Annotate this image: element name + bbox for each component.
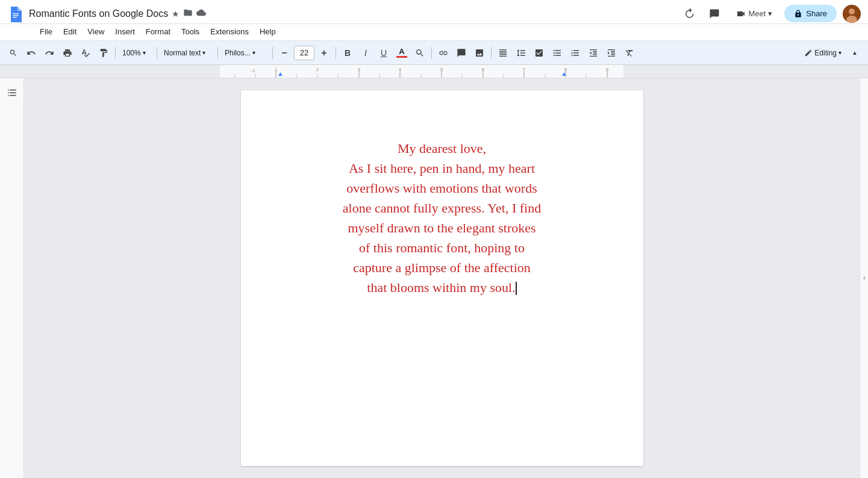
redo-button[interactable]: [41, 45, 58, 61]
menu-edit[interactable]: Edit: [58, 25, 81, 38]
increase-indent-button[interactable]: [603, 45, 620, 61]
image-button[interactable]: [471, 45, 488, 61]
svg-text:2: 2: [316, 67, 319, 72]
svg-point-5: [849, 8, 855, 14]
doc-line-7: capture a glimpse of the affection: [277, 258, 607, 278]
print-button[interactable]: [59, 45, 76, 61]
menu-insert[interactable]: Insert: [110, 25, 140, 38]
star-icon[interactable]: ★: [172, 9, 180, 19]
svg-text:5: 5: [440, 67, 443, 72]
text-cursor: [516, 282, 517, 295]
menu-view[interactable]: View: [83, 25, 109, 38]
toolbar: 100% ▾ Normal text ▾ Philos... ▾ − 22 + …: [0, 41, 868, 65]
style-dropdown-icon: ▾: [202, 49, 205, 56]
doc-title[interactable]: Romantic Fonts on Google Docs: [29, 8, 168, 19]
document-area[interactable]: My dearest love, As I sit here, pen in h…: [24, 78, 860, 478]
zoom-dropdown-icon: ▾: [143, 49, 146, 56]
svg-text:1: 1: [275, 67, 278, 72]
toolbar-divider-6: [431, 47, 432, 59]
bullet-list-button[interactable]: [549, 45, 566, 61]
menu-bar: File Edit View Insert Format Tools Exten…: [0, 24, 868, 41]
toolbar-divider-5: [336, 47, 336, 59]
meet-label: Meet: [748, 9, 766, 18]
svg-rect-46: [10, 92, 16, 93]
menu-extensions[interactable]: Extensions: [205, 25, 254, 38]
underline-button[interactable]: U: [375, 45, 392, 61]
menu-format[interactable]: Format: [141, 25, 175, 38]
title-bar: Romantic Fonts on Google Docs ★ Meet ▾ S…: [0, 0, 868, 24]
history-button[interactable]: [679, 4, 699, 23]
svg-text:-1: -1: [251, 68, 255, 73]
menu-file[interactable]: File: [35, 25, 57, 38]
doc-line-3: overflows with emotions that words: [277, 178, 607, 198]
svg-rect-8: [0, 65, 220, 78]
document-page[interactable]: My dearest love, As I sit here, pen in h…: [241, 90, 643, 466]
ruler: -1 1 2 3 4 5 6 7 8 9: [0, 65, 868, 78]
svg-rect-43: [8, 92, 9, 93]
editing-label: Editing: [814, 49, 837, 57]
clear-format-button[interactable]: [621, 45, 638, 61]
decrease-indent-button[interactable]: [585, 45, 602, 61]
outline-toggle-button[interactable]: [4, 84, 20, 101]
comment-toolbar-button[interactable]: [453, 45, 470, 61]
doc-line-2: As I sit here, pen in hand, my heart: [277, 158, 607, 178]
paint-format-button[interactable]: [95, 45, 112, 61]
share-label: Share: [806, 9, 827, 18]
svg-text:3: 3: [358, 67, 361, 72]
svg-text:4: 4: [399, 67, 402, 72]
document-content[interactable]: My dearest love, As I sit here, pen in h…: [277, 138, 607, 297]
style-dropdown[interactable]: Normal text ▾: [160, 47, 214, 59]
svg-rect-47: [10, 95, 16, 96]
doc-line-4: alone cannot fully express. Yet, I find: [277, 198, 607, 218]
line-spacing-button[interactable]: [513, 45, 529, 61]
svg-text:6: 6: [482, 67, 485, 72]
doc-title-row: Romantic Fonts on Google Docs ★: [29, 8, 679, 19]
main-area: My dearest love, As I sit here, pen in h…: [0, 78, 868, 478]
svg-text:8: 8: [564, 67, 567, 72]
align-button[interactable]: [495, 45, 511, 61]
svg-rect-45: [10, 90, 16, 91]
menu-tools[interactable]: Tools: [176, 25, 204, 38]
numbered-list-button[interactable]: [567, 45, 584, 61]
toolbar-divider-3: [217, 47, 218, 59]
docs-logo-icon: [7, 5, 24, 22]
toolbar-divider-4: [272, 47, 273, 59]
svg-rect-2: [13, 15, 19, 16]
editing-mode-dropdown[interactable]: Editing ▾: [801, 47, 845, 59]
doc-line-8: that blooms within my soul.: [277, 278, 607, 297]
spellcheck-button[interactable]: [77, 45, 94, 61]
text-color-button[interactable]: A: [393, 45, 410, 61]
left-sidebar: [0, 78, 24, 478]
undo-button[interactable]: [23, 45, 40, 61]
bold-button[interactable]: B: [339, 45, 356, 61]
share-button[interactable]: Share: [784, 5, 837, 22]
comment-button[interactable]: [705, 4, 724, 23]
menu-help[interactable]: Help: [255, 25, 281, 38]
meet-button[interactable]: Meet ▾: [730, 5, 778, 22]
font-size-input[interactable]: 22: [294, 46, 314, 60]
doc-line-5: myself drawn to the elegant strokes: [277, 218, 607, 238]
user-avatar[interactable]: [843, 5, 861, 23]
checklist-button[interactable]: [531, 45, 548, 61]
collapse-toolbar-button[interactable]: ▲: [846, 45, 863, 61]
font-size-plus-button[interactable]: +: [316, 45, 333, 61]
editing-dropdown-icon: ▾: [838, 49, 841, 56]
font-dropdown[interactable]: Philos... ▾: [221, 47, 269, 59]
ruler-content: -1 1 2 3 4 5 6 7 8 9: [0, 65, 868, 78]
svg-rect-3: [13, 17, 17, 18]
doc-line-6: of this romantic font, hoping to: [277, 238, 607, 258]
search-button[interactable]: [5, 45, 22, 61]
right-panel-collapse-button[interactable]: [860, 78, 868, 478]
top-right-actions: Meet ▾ Share: [679, 4, 861, 23]
link-button[interactable]: [435, 45, 452, 61]
svg-rect-44: [8, 95, 9, 96]
doc-title-area: Romantic Fonts on Google Docs ★: [29, 8, 679, 19]
folder-icon[interactable]: [183, 8, 193, 19]
highlight-button[interactable]: [411, 45, 428, 61]
font-size-minus-button[interactable]: −: [276, 45, 293, 61]
zoom-dropdown[interactable]: 100% ▾: [119, 47, 154, 59]
toolbar-divider-2: [157, 47, 157, 59]
font-label: Philos...: [225, 49, 251, 57]
italic-button[interactable]: I: [357, 45, 374, 61]
cloud-icon: [196, 8, 206, 19]
